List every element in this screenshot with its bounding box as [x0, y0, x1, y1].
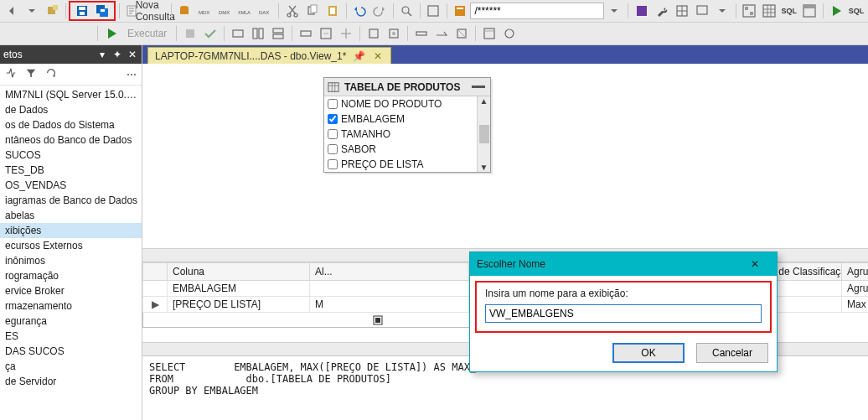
criteria-cell[interactable]: Max — [842, 297, 868, 313]
wrench-icon[interactable] — [653, 2, 671, 20]
view-name-input[interactable] — [485, 304, 762, 323]
table-panel-title[interactable]: TABELA DE PRODUTOS — [324, 78, 490, 96]
tb2-l-icon[interactable] — [480, 24, 499, 43]
tree-item[interactable]: iagramas de Banco de Dados — [0, 193, 142, 208]
column-checkbox[interactable] — [328, 99, 338, 109]
dmx-icon[interactable]: DMX — [215, 2, 234, 20]
new-query-button[interactable]: Nova Consulta — [143, 2, 167, 20]
tb2-c-icon[interactable] — [269, 24, 287, 43]
panel-dropdown-icon[interactable]: ▾ — [96, 49, 108, 60]
panel-pin-icon[interactable]: ✦ — [111, 49, 123, 60]
properties-icon[interactable] — [451, 2, 469, 20]
save-all-button[interactable] — [93, 2, 111, 20]
criteria-cell[interactable]: M — [310, 297, 469, 313]
tb2-f-icon[interactable] — [337, 24, 355, 43]
scroll-thumb[interactable] — [479, 125, 489, 143]
execute-button[interactable]: Executar — [122, 24, 172, 43]
tb2-k-icon[interactable] — [452, 24, 471, 43]
row-selector[interactable]: ▶ — [142, 297, 168, 313]
object-explorer-header[interactable]: etos ▾ ✦ ✕ — [0, 45, 142, 64]
dropdown-icon[interactable] — [713, 2, 731, 20]
tools-more-icon[interactable]: ⋯ — [127, 69, 137, 80]
column-checkbox[interactable] — [328, 144, 338, 154]
tree-item[interactable]: xibições — [0, 223, 142, 238]
ok-button[interactable]: OK — [612, 343, 685, 363]
sqi-label-icon[interactable]: SQL — [847, 2, 865, 20]
tree-item[interactable]: rogramação — [0, 268, 142, 283]
search-dropdown-icon[interactable] — [605, 2, 623, 20]
scroll-up-icon[interactable]: ▲ — [480, 96, 488, 106]
connect-icon[interactable] — [5, 67, 17, 81]
undo-icon[interactable] — [350, 2, 369, 20]
cut-icon[interactable] — [283, 2, 302, 20]
table-panel-produtos[interactable]: TABELA DE PRODUTOS NOME DO PRODUTO EMBAL… — [323, 77, 491, 173]
tab-pin-icon[interactable]: 📌 — [353, 50, 365, 62]
tree-item[interactable]: MM7NLI (SQL Server 15.0.2000.! — [0, 87, 142, 102]
tree-item[interactable]: rmazenamento — [0, 298, 142, 314]
pane-grid-icon[interactable] — [760, 2, 778, 20]
back-icon[interactable] — [3, 2, 21, 20]
column-row[interactable]: EMBALAGEM【Ξ — [324, 111, 490, 127]
tree-item[interactable]: ça — [0, 359, 142, 374]
dialog-titlebar[interactable]: Escolher Nome ✕ — [470, 252, 777, 276]
tab-view-designer[interactable]: LAPTOP-7GMM7NLI....DAS - dbo.View_1* 📌 ✕ — [147, 47, 391, 64]
execute-target-icon[interactable] — [633, 2, 651, 20]
tb2-a-icon[interactable] — [229, 24, 247, 43]
panel-close-icon[interactable]: ✕ — [127, 49, 138, 60]
cancel-button[interactable]: Cancelar — [696, 343, 768, 363]
execute-play-icon[interactable] — [102, 24, 121, 43]
db-icon-1[interactable] — [175, 2, 194, 20]
column-row[interactable]: PREÇO DE LISTAΣ — [324, 157, 490, 172]
tree-item[interactable]: ecursos Externos — [0, 238, 142, 253]
find-icon[interactable] — [397, 2, 416, 20]
tb2-m-icon[interactable] — [500, 24, 519, 43]
tree-item[interactable]: ntâneos do Banco de Dados — [0, 132, 142, 148]
new-project-icon[interactable] — [43, 2, 61, 20]
tree-item[interactable]: de Dados — [0, 102, 142, 117]
tree-item[interactable]: os de Dados do Sistema — [0, 117, 142, 132]
column-checkbox[interactable] — [328, 114, 338, 124]
tree-item[interactable]: ervice Broker — [0, 283, 142, 298]
tree-item[interactable]: SUCOS — [0, 148, 142, 163]
column-row[interactable]: SABOR — [324, 142, 490, 157]
tree-item[interactable]: de Servidor — [0, 374, 142, 389]
solution-icon[interactable] — [424, 2, 442, 20]
minimize-icon[interactable] — [472, 86, 485, 88]
tree-item[interactable]: TES_DB — [0, 163, 142, 178]
tb2-g-icon[interactable] — [364, 24, 383, 43]
redo-icon[interactable] — [370, 2, 389, 20]
column-row[interactable]: TAMANHO — [324, 127, 490, 142]
dialog-close-icon[interactable]: ✕ — [740, 252, 770, 276]
object-tree[interactable]: MM7NLI (SQL Server 15.0.2000.! de Dados … — [0, 86, 142, 420]
tree-item[interactable]: inônimos — [0, 253, 142, 268]
tb2-d-icon[interactable] — [297, 24, 315, 43]
tab-close-icon[interactable]: ✕ — [372, 50, 384, 62]
tree-item[interactable]: abelas — [0, 208, 142, 223]
tb2-b-icon[interactable] — [249, 24, 267, 43]
xmla-icon[interactable]: XMLA — [235, 2, 254, 20]
window-icon[interactable] — [693, 2, 711, 20]
paste-icon[interactable] — [323, 2, 342, 20]
pane-sql-icon[interactable]: SQL — [780, 2, 798, 20]
tb2-j-icon[interactable] — [432, 24, 451, 43]
row-selector[interactable] — [142, 281, 168, 297]
stop-icon[interactable] — [181, 24, 199, 43]
copy-icon[interactable] — [303, 2, 322, 20]
tb2-h-icon[interactable] — [385, 24, 403, 43]
parse-icon[interactable] — [201, 24, 220, 43]
tree-item[interactable]: OS_VENDAS — [0, 178, 142, 193]
criteria-cell[interactable]: Agrupar por — [842, 281, 868, 297]
tb2-e-icon[interactable] — [317, 24, 335, 43]
tree-item[interactable]: egurança — [0, 314, 142, 329]
scroll-down-icon[interactable]: ▼ — [480, 163, 488, 172]
diagram-pane[interactable]: TABELA DE PRODUTOS NOME DO PRODUTO EMBAL… — [142, 64, 868, 248]
column-row[interactable]: NOME DO PRODUTO — [324, 96, 490, 111]
table-scroll[interactable]: ▲▼ — [477, 96, 490, 172]
criteria-cell[interactable] — [310, 281, 469, 297]
criteria-cell[interactable]: [PREÇO DE LISTA] — [168, 297, 310, 313]
tb2-i-icon[interactable] — [412, 24, 431, 43]
grid-icon[interactable] — [673, 2, 691, 20]
tree-item[interactable]: DAS SUCOS — [0, 344, 142, 359]
pane-diagram-icon[interactable] — [740, 2, 758, 20]
pane-results-icon[interactable] — [800, 2, 819, 20]
